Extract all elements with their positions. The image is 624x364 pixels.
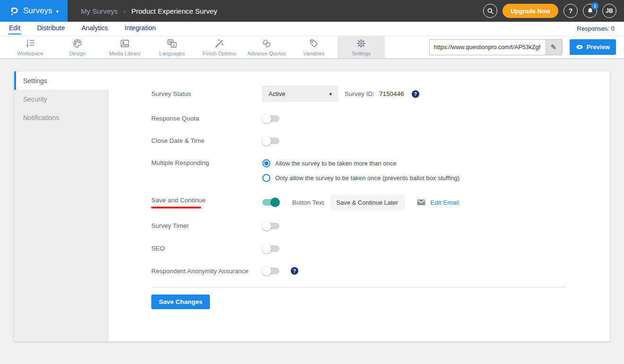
response-quota-label: Response Quota bbox=[151, 115, 262, 122]
survey-status-row: Survey Status Active ▾ Survey ID: 715044… bbox=[151, 86, 610, 102]
anonymity-help-icon[interactable]: ? bbox=[291, 267, 298, 275]
page-body: Settings Security Notifications Survey S… bbox=[0, 59, 624, 341]
seo-toggle[interactable] bbox=[262, 245, 279, 252]
radio-selected-icon bbox=[262, 159, 270, 167]
magic-wand-icon bbox=[214, 38, 225, 49]
settings-form: Survey Status Active ▾ Survey ID: 715044… bbox=[109, 71, 610, 341]
toolbar-item-label: Workspace bbox=[17, 51, 43, 56]
respondent-anonymity-toggle[interactable] bbox=[262, 268, 279, 274]
breadcrumb-survey-title: Product Experience Survey bbox=[131, 7, 217, 15]
toggle-knob bbox=[262, 266, 271, 276]
survey-url-field: ✎ bbox=[429, 39, 563, 55]
pencil-icon: ✎ bbox=[551, 43, 557, 52]
toggle-knob bbox=[262, 244, 271, 253]
toolbar-item-label: Advance Quotas bbox=[247, 51, 286, 56]
translate-icon: A bbox=[166, 38, 178, 49]
response-quota-row: Response Quota bbox=[151, 115, 610, 122]
toggle-knob bbox=[270, 198, 280, 207]
multiple-responding-options: Allow the survey to be taken more than o… bbox=[262, 159, 459, 182]
seo-row: SEO bbox=[151, 245, 610, 252]
tab-analytics[interactable]: Analytics bbox=[81, 23, 108, 35]
survey-url-group: ✎ Preview bbox=[429, 36, 624, 58]
survey-id-help-icon[interactable]: ? bbox=[412, 90, 419, 98]
workspace-icon bbox=[25, 38, 36, 49]
survey-id-label: Survey ID: bbox=[345, 90, 374, 97]
save-and-continue-toggle[interactable] bbox=[262, 199, 279, 206]
toolbar-item-label: Languages bbox=[159, 51, 185, 56]
radio-allow-multiple[interactable]: Allow the survey to be taken more than o… bbox=[262, 159, 459, 167]
breadcrumb-my-surveys[interactable]: My Surveys bbox=[81, 7, 118, 15]
survey-timer-toggle[interactable] bbox=[262, 223, 279, 229]
chevron-down-icon: ▾ bbox=[329, 91, 332, 96]
toolbar-item-media-library[interactable]: Media Library bbox=[101, 36, 148, 58]
toolbar-item-finish-options[interactable]: Finish Options bbox=[196, 36, 243, 58]
close-date-time-label: Close Date & Time bbox=[151, 137, 262, 144]
section-tab-bar: Edit Distribute Analytics Integration Re… bbox=[0, 22, 624, 35]
survey-id-value: 7150446 bbox=[379, 90, 404, 97]
settings-sidebar: Settings Security Notifications bbox=[14, 71, 109, 341]
tabs: Edit Distribute Analytics Integration bbox=[9, 23, 156, 35]
response-quota-toggle[interactable] bbox=[262, 115, 279, 122]
toolbar-item-label: Variables bbox=[303, 51, 324, 56]
design-palette-icon bbox=[72, 38, 83, 49]
survey-status-select[interactable]: Active ▾ bbox=[262, 86, 338, 102]
toolbar-item-settings[interactable]: Settings bbox=[338, 36, 385, 58]
sidebar-item-label: Security bbox=[23, 95, 47, 103]
red-highlight-underline bbox=[151, 207, 201, 208]
survey-timer-label: Survey Timer bbox=[151, 222, 262, 229]
sidebar-item-notifications[interactable]: Notifications bbox=[14, 108, 109, 127]
avatar[interactable]: JB bbox=[602, 4, 616, 18]
tab-distribute[interactable]: Distribute bbox=[36, 23, 65, 35]
eye-icon bbox=[576, 44, 583, 50]
toolbar-item-advance-quotas[interactable]: Advance Quotas bbox=[243, 36, 290, 58]
close-date-time-toggle[interactable] bbox=[262, 138, 279, 144]
save-and-continue-row: Save and Continue Button Text Edit Email bbox=[151, 195, 610, 209]
survey-status-label: Survey Status bbox=[151, 90, 262, 97]
help-icon: ? bbox=[569, 7, 573, 15]
save-and-continue-label-block: Save and Continue bbox=[151, 197, 262, 208]
respondent-anonymity-label: Respondent Anonymity Assurance bbox=[151, 268, 262, 275]
toolbar-item-variables[interactable]: Variables bbox=[290, 36, 338, 58]
survey-url-input[interactable] bbox=[430, 40, 545, 55]
avatar-initials: JB bbox=[606, 8, 613, 14]
tab-edit[interactable]: Edit bbox=[9, 23, 21, 35]
gear-icon bbox=[355, 38, 367, 49]
help-button[interactable]: ? bbox=[563, 4, 578, 18]
save-and-continue-label: Save and Continue bbox=[151, 197, 262, 204]
notifications-button[interactable]: 1 bbox=[583, 4, 597, 18]
edit-url-button[interactable]: ✎ bbox=[545, 40, 562, 55]
toolbar-item-languages[interactable]: A Languages bbox=[148, 36, 196, 58]
media-image-icon bbox=[119, 38, 130, 49]
form-divider bbox=[151, 287, 566, 287]
radio-unselected-icon bbox=[262, 174, 270, 182]
multiple-responding-label: Multiple Responding bbox=[151, 159, 262, 166]
button-text-input[interactable] bbox=[331, 195, 405, 209]
sidebar-item-security[interactable]: Security bbox=[14, 90, 109, 108]
save-changes-button[interactable]: Save Changes bbox=[151, 295, 210, 309]
product-name: Surveys bbox=[23, 6, 52, 16]
chain-link-icon bbox=[261, 38, 272, 49]
toolbar-item-label: Design bbox=[69, 51, 86, 56]
toggle-knob bbox=[262, 136, 271, 146]
email-icon bbox=[416, 199, 426, 206]
toggle-knob bbox=[262, 221, 271, 231]
radio-allow-once[interactable]: Only allow the survey to be taken once (… bbox=[262, 174, 459, 182]
edit-toolbar: Workspace Design Media Library bbox=[0, 35, 624, 59]
toolbar-item-label: Media Library bbox=[109, 51, 141, 56]
tab-integration[interactable]: Integration bbox=[124, 23, 156, 35]
upgrade-now-button[interactable]: Upgrade Now bbox=[503, 4, 558, 18]
breadcrumb: My Surveys › Product Experience Survey bbox=[81, 7, 217, 15]
chevron-down-icon: ▾ bbox=[56, 9, 59, 15]
radio-option-label: Allow the survey to be taken more than o… bbox=[275, 160, 397, 167]
edit-email-link[interactable]: Edit Email bbox=[430, 199, 459, 206]
sidebar-item-settings[interactable]: Settings bbox=[14, 71, 109, 90]
preview-button[interactable]: Preview bbox=[570, 39, 616, 55]
toolbar-item-design[interactable]: Design bbox=[54, 36, 101, 58]
settings-card: Settings Security Notifications Survey S… bbox=[14, 71, 610, 341]
search-button[interactable] bbox=[483, 4, 497, 18]
button-text-label: Button Text bbox=[292, 199, 324, 206]
toolbar-item-workspace[interactable]: Workspace bbox=[7, 36, 54, 58]
top-bar: Surveys ▾ My Surveys › Product Experienc… bbox=[0, 0, 624, 22]
notification-badge: 1 bbox=[591, 2, 598, 9]
product-switcher[interactable]: Surveys ▾ bbox=[0, 0, 68, 22]
